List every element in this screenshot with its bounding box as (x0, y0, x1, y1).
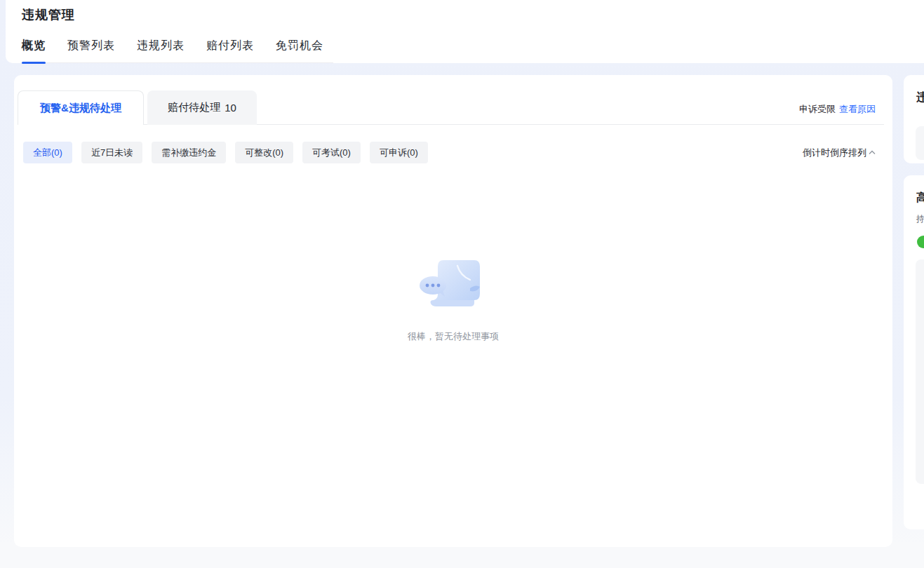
filter-chip-appealable[interactable]: 可申诉(0) (370, 142, 428, 163)
right-panel-bottom: 高级服务 持续经营 (904, 175, 924, 529)
right-panel-bottom-title: 高级服务 (916, 191, 924, 205)
empty-illustration-icon (414, 257, 493, 312)
nav-tab-penalty-exemption[interactable]: 免罚机会 (276, 32, 323, 62)
right-panel-top-content-box (916, 126, 924, 160)
right-panel-bottom-subtext: 持续经营 (916, 213, 924, 225)
nav-tab-warning-list[interactable]: 预警列表 (67, 32, 115, 62)
tab-warning-violation-pending[interactable]: 预警&违规待处理 (18, 90, 144, 125)
tab-label: 赔付待处理 (168, 101, 220, 114)
card-tabs-row: 预警&违规待处理 赔付待处理 10 申诉受限 查看原因 (14, 75, 892, 125)
filter-row: 全部(0) 近7日未读 需补缴违约金 可整改(0) 可考试(0) 可申诉(0) … (23, 142, 876, 163)
sort-label: 倒计时倒序排列 (803, 147, 866, 159)
green-dot-icon (917, 236, 924, 248)
right-panel-top-title: 违规治理 (916, 90, 924, 105)
filter-chip-unread-7days[interactable]: 近7日未读 (81, 142, 142, 163)
empty-state: 很棒，暂无待处理事项 (14, 257, 892, 343)
page-header: 违规管理 概览 预警列表 违规列表 赔付列表 免罚机会 (6, 0, 924, 63)
right-panel-bottom-content-box (916, 259, 924, 484)
pending-items-card: 预警&违规待处理 赔付待处理 10 申诉受限 查看原因 全部(0) 近7日未读 … (14, 75, 892, 547)
right-panel-top: 违规治理 (904, 75, 924, 163)
filter-chip-rectifiable[interactable]: 可整改(0) (235, 142, 293, 163)
empty-state-message: 很棒，暂无待处理事项 (408, 330, 499, 343)
sort-control[interactable]: 倒计时倒序排列 (803, 142, 876, 163)
filter-chip-all[interactable]: 全部(0) (23, 142, 72, 163)
tab-compensation-pending[interactable]: 赔付待处理 10 (147, 90, 257, 125)
view-reason-link[interactable]: 查看原因 (839, 103, 876, 116)
page-title: 违规管理 (22, 6, 75, 23)
tab-label: 预警&违规待处理 (40, 102, 121, 115)
chevron-up-icon (869, 150, 876, 155)
page-nav-tabs: 概览 预警列表 违规列表 赔付列表 免罚机会 (22, 32, 333, 63)
filter-chip-exam-available[interactable]: 可考试(0) (302, 142, 361, 163)
nav-tab-violation-list[interactable]: 违规列表 (137, 32, 185, 62)
tab-count-badge: 10 (225, 102, 236, 114)
appeal-restricted-text: 申诉受限 (799, 103, 836, 116)
nav-tab-compensation-list[interactable]: 赔付列表 (206, 32, 254, 62)
nav-tab-overview[interactable]: 概览 (22, 32, 46, 62)
filter-chip-penalty-due[interactable]: 需补缴违约金 (152, 142, 226, 163)
appeal-restricted-notice: 申诉受限 查看原因 (799, 103, 876, 116)
chat-bubble-icon (420, 276, 446, 297)
